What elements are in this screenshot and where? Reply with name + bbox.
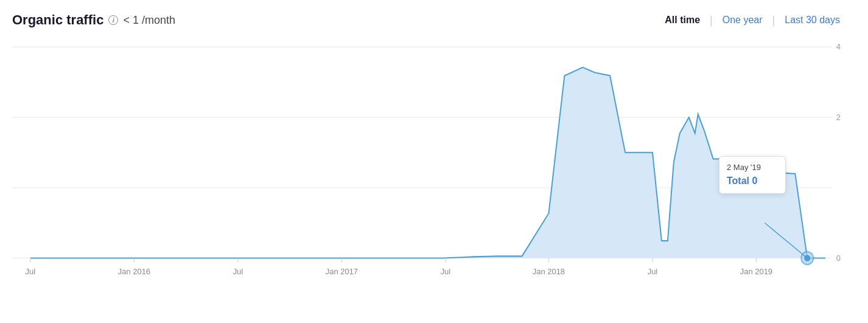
svg-text:Jan 2017: Jan 2017: [326, 266, 358, 275]
title-group: Organic traffic i < 1 /month: [12, 12, 175, 28]
svg-text:Jul: Jul: [441, 266, 451, 275]
page-container: Organic traffic i < 1 /month All time | …: [0, 0, 868, 323]
svg-text:Jan 2016: Jan 2016: [118, 266, 150, 275]
chart-tooltip: 2 May '19 Total 0: [719, 156, 786, 194]
svg-marker-7: [30, 68, 825, 258]
chart-header: Organic traffic i < 1 /month All time | …: [12, 12, 850, 28]
chart-title: Organic traffic: [12, 12, 103, 28]
tooltip-date: 2 May '19: [727, 162, 778, 174]
chart-area: 4 2 0 Jul Jan 2016 Jul Ja: [12, 34, 850, 290]
svg-text:4: 4: [836, 42, 841, 51]
svg-text:Jan 2019: Jan 2019: [740, 266, 772, 275]
svg-text:Jul: Jul: [233, 266, 243, 275]
time-filter-group: All time | One year | Last 30 days: [655, 12, 850, 28]
filter-all-time[interactable]: All time: [655, 12, 710, 28]
filter-one-year[interactable]: One year: [713, 12, 772, 28]
svg-text:Jul: Jul: [26, 266, 36, 275]
filter-last-30-days[interactable]: Last 30 days: [775, 12, 850, 28]
svg-text:Jan 2018: Jan 2018: [533, 266, 565, 275]
svg-text:2: 2: [836, 112, 841, 121]
tooltip-value: Total 0: [727, 174, 778, 188]
info-icon[interactable]: i: [108, 15, 118, 25]
chart-subtitle: < 1 /month: [123, 14, 175, 27]
svg-text:Jul: Jul: [648, 266, 658, 275]
svg-text:0: 0: [836, 253, 841, 262]
